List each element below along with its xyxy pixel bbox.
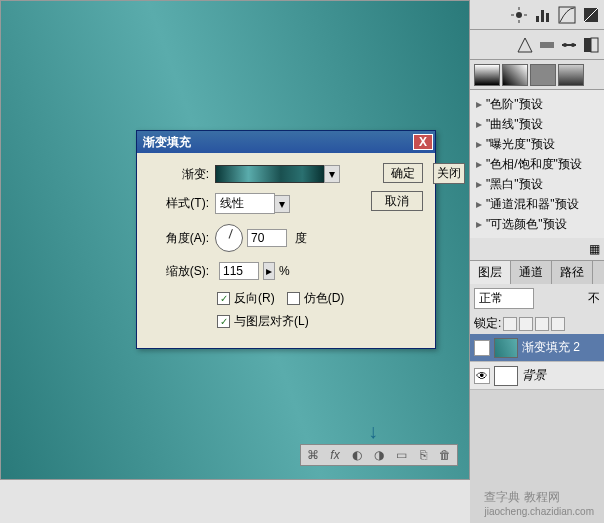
arrow-annotation: ↓ (368, 420, 378, 443)
lock-transparency-icon[interactable] (503, 317, 517, 331)
svg-point-13 (571, 43, 575, 47)
swatch-gray[interactable] (530, 64, 556, 86)
close-button[interactable]: X (413, 134, 433, 150)
reverse-label: 反向(R) (234, 290, 275, 307)
preset-list: ▸"色阶"预设 ▸"曲线"预设 ▸"曝光度"预设 ▸"色相/饱和度"预设 ▸"黑… (470, 90, 604, 238)
exposure-icon[interactable] (582, 6, 600, 24)
gradient-fill-dialog: 渐变填充 X 确定 关闭 取消 渐变: ▾ 样式(T): 线性 ▾ 角度(A):… (136, 130, 436, 349)
right-panel: ▸"色阶"预设 ▸"曲线"预设 ▸"曝光度"预设 ▸"色相/饱和度"预设 ▸"黑… (470, 0, 604, 523)
dialog-title: 渐变填充 (143, 134, 191, 151)
eye-icon[interactable]: 👁 (474, 340, 490, 356)
angle-unit: 度 (295, 230, 307, 247)
lock-row: 锁定: (470, 313, 604, 334)
chevron-right-icon: ▸ (476, 137, 486, 151)
align-label: 与图层对齐(L) (234, 313, 309, 330)
new-layer-icon[interactable]: ⎘ (415, 447, 431, 463)
dialog-titlebar[interactable]: 渐变填充 X (137, 131, 435, 153)
preset-item[interactable]: ▸"通道混和器"预设 (470, 194, 604, 214)
style-select[interactable]: 线性 (215, 193, 275, 214)
layer-thumb[interactable] (494, 338, 518, 358)
top-icon-strip-1 (470, 0, 604, 30)
panel-menu-icon[interactable]: ▦ (470, 238, 604, 260)
preset-item[interactable]: ▸"可选颜色"预设 (470, 214, 604, 234)
tab-layers[interactable]: 图层 (470, 261, 511, 284)
lock-paint-icon[interactable] (519, 317, 533, 331)
mask-icon[interactable]: ◐ (349, 447, 365, 463)
trash-icon[interactable]: 🗑 (437, 447, 453, 463)
angle-input[interactable] (247, 229, 287, 247)
scale-input[interactable] (219, 262, 259, 280)
swatch-row (470, 60, 604, 90)
layer-item[interactable]: 👁 渐变填充 2 (470, 334, 604, 362)
align-checkbox[interactable]: ✓ (217, 315, 230, 328)
angle-label: 角度(A): (149, 230, 209, 247)
svg-rect-15 (591, 38, 598, 52)
lock-all-icon[interactable] (551, 317, 565, 331)
chevron-right-icon: ▸ (476, 97, 486, 111)
ok-button[interactable]: 确定 (383, 163, 423, 183)
levels-icon[interactable] (534, 6, 552, 24)
svg-rect-6 (541, 10, 544, 22)
fx-icon[interactable]: fx (327, 447, 343, 463)
gradient-preview[interactable] (215, 165, 325, 183)
style-label: 样式(T): (149, 195, 209, 212)
svg-rect-14 (584, 38, 591, 52)
dither-checkbox[interactable] (287, 292, 300, 305)
chevron-right-icon: ▸ (476, 157, 486, 171)
vibrance-icon[interactable] (516, 36, 534, 54)
gradient-label: 渐变: (149, 166, 209, 183)
svg-point-0 (516, 12, 522, 18)
svg-rect-7 (546, 13, 549, 22)
svg-rect-10 (540, 42, 554, 48)
dither-label: 仿色(D) (304, 290, 345, 307)
layer-thumb[interactable] (494, 366, 518, 386)
preset-item[interactable]: ▸"黑白"预设 (470, 174, 604, 194)
adjustment-icon[interactable]: ◑ (371, 447, 387, 463)
swatch-gradient-3[interactable] (558, 64, 584, 86)
panel-tabs: 图层 通道 路径 (470, 260, 604, 284)
swatch-gradient-1[interactable] (474, 64, 500, 86)
reverse-checkbox[interactable]: ✓ (217, 292, 230, 305)
lock-position-icon[interactable] (535, 317, 549, 331)
balance-icon[interactable] (560, 36, 578, 54)
cancel-button[interactable]: 取消 (371, 191, 423, 211)
layer-controls: 正常 不 (470, 284, 604, 313)
svg-rect-8 (559, 7, 575, 23)
bw-icon[interactable] (582, 36, 600, 54)
chevron-right-icon: ▸ (476, 197, 486, 211)
angle-dial[interactable] (215, 224, 243, 252)
hue-icon[interactable] (538, 36, 556, 54)
scale-spinner[interactable]: ▸ (263, 262, 275, 280)
preset-item[interactable]: ▸"曝光度"预设 (470, 134, 604, 154)
preset-item[interactable]: ▸"曲线"预设 (470, 114, 604, 134)
folder-icon[interactable]: ▭ (393, 447, 409, 463)
blend-mode-select[interactable]: 正常 (474, 288, 534, 309)
tab-channels[interactable]: 通道 (511, 261, 552, 284)
chevron-right-icon: ▸ (476, 217, 486, 231)
eye-icon[interactable]: 👁 (474, 368, 490, 384)
brightness-icon[interactable] (510, 6, 528, 24)
tab-paths[interactable]: 路径 (552, 261, 593, 284)
preset-item[interactable]: ▸"色阶"预设 (470, 94, 604, 114)
gradient-dropdown[interactable]: ▾ (324, 165, 340, 183)
opacity-label: 不 (588, 290, 600, 307)
watermark: 查字典 教程网 jiaocheng.chazidian.com (484, 489, 594, 517)
scale-unit: % (279, 264, 290, 278)
curves-icon[interactable] (558, 6, 576, 24)
layer-toolbar: ⌘ fx ◐ ◑ ▭ ⎘ 🗑 (300, 444, 458, 466)
chevron-right-icon: ▸ (476, 117, 486, 131)
svg-point-12 (563, 43, 567, 47)
chevron-right-icon: ▸ (476, 177, 486, 191)
layer-item[interactable]: 👁 背景 (470, 362, 604, 390)
layer-name: 渐变填充 2 (522, 339, 580, 356)
swatch-gradient-2[interactable] (502, 64, 528, 86)
link-icon[interactable]: ⌘ (305, 447, 321, 463)
close-label[interactable]: 关闭 (433, 163, 465, 184)
svg-rect-5 (536, 16, 539, 22)
preset-item[interactable]: ▸"色相/饱和度"预设 (470, 154, 604, 174)
layers-list: 👁 渐变填充 2 👁 背景 (470, 334, 604, 390)
layer-name: 背景 (522, 367, 546, 384)
top-icon-strip-2 (470, 30, 604, 60)
style-dropdown-arrow[interactable]: ▾ (274, 195, 290, 213)
scale-label: 缩放(S): (149, 263, 209, 280)
